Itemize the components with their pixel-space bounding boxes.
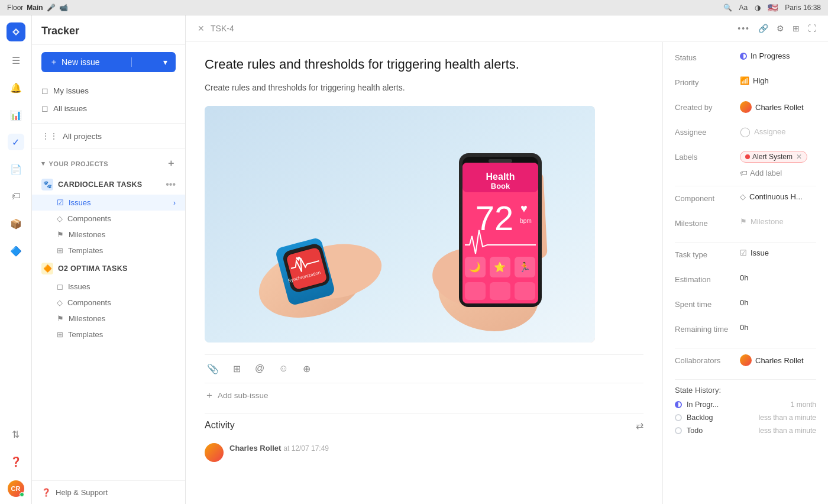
add-sub-issue-button[interactable]: ＋ Add sub-issue <box>205 383 643 408</box>
chart-icon[interactable]: 📊 <box>8 106 24 123</box>
label-remove-button[interactable]: ✕ <box>796 153 802 161</box>
state-item-0: In Progr... 1 month <box>675 400 816 409</box>
new-issue-button[interactable]: ＋ New issue ▾ <box>41 52 176 72</box>
add-label-button[interactable]: 🏷 Add label <box>740 169 782 177</box>
panel-divider-2 <box>675 242 816 243</box>
activity-avatar <box>205 443 224 462</box>
app-logo[interactable] <box>7 22 25 41</box>
state-dot-0 <box>675 401 682 408</box>
templates-label: Templates <box>68 246 103 255</box>
subnav-issues[interactable]: ☑ Issues › <box>32 195 185 211</box>
online-indicator <box>20 492 24 497</box>
activity-filter-icon[interactable]: ⇄ <box>636 420 643 431</box>
status-dot <box>740 53 747 60</box>
tab-name[interactable]: Main <box>27 4 43 12</box>
subnav-milestones[interactable]: ⚑ Milestones <box>32 227 185 243</box>
subnav-components[interactable]: ◇ Components <box>32 211 185 227</box>
add-sub-label: Add sub-issue <box>218 391 269 400</box>
expand-button[interactable]: ⛶ <box>808 24 816 33</box>
issues-arrow: › <box>173 199 176 207</box>
new-issue-label: New issue <box>62 57 100 67</box>
video-icon[interactable]: 📹 <box>59 4 68 12</box>
link-button[interactable]: 🔗 <box>758 24 768 33</box>
estimation-value[interactable]: 0h <box>740 273 816 282</box>
nav-my-issues[interactable]: ◻ My issues <box>32 82 185 99</box>
panel-divider-4 <box>675 379 816 380</box>
help-support-item[interactable]: ❓ Help & Support <box>32 480 185 504</box>
assignee-value[interactable]: ◯ Assignee <box>740 126 816 137</box>
svg-text:bpm: bpm <box>520 218 531 224</box>
state-dot-1 <box>675 414 682 421</box>
labels-value: Alert System ✕ <box>740 151 816 163</box>
spent-time-field: Spent time 0h <box>675 298 816 315</box>
milestones-icon: ⚑ <box>57 230 64 239</box>
project-more-cardioclear[interactable]: ••• <box>166 179 176 190</box>
cube-icon[interactable]: 🔷 <box>8 243 24 259</box>
spent-time-value[interactable]: 0h <box>740 298 816 307</box>
subnav-templates[interactable]: ⊞ Templates <box>32 243 185 259</box>
subnav-components2[interactable]: ◇ Components <box>32 295 185 311</box>
labels-label: Labels <box>675 151 740 163</box>
issue-description: Create rules and thresholds for triggeri… <box>205 82 643 94</box>
bell-icon[interactable]: 🔔 <box>8 79 24 96</box>
issues-icon: ☑ <box>57 198 64 207</box>
project-o2optima[interactable]: 🔶 O2 OPTIMA TASKS <box>32 259 185 279</box>
mention-button[interactable]: @ <box>253 361 267 376</box>
task-type-value[interactable]: ☑ Issue <box>740 248 816 257</box>
state-time-2: less than a minute <box>759 427 816 435</box>
state-item-1: Backlog less than a minute <box>675 413 816 422</box>
label-tag-alert[interactable]: Alert System ✕ <box>740 151 807 163</box>
collaborator-avatar <box>740 354 752 366</box>
project-name-cardioclear: CARDIOCLEAR TASKS <box>58 180 161 189</box>
status-field: Status In Progress <box>675 51 816 68</box>
svg-text:🌙: 🌙 <box>469 261 481 273</box>
project-cardioclear[interactable]: 🐾 CARDIOCLEAR TASKS ••• <box>32 175 185 195</box>
milestone-value[interactable]: ⚑ Milestone <box>740 217 816 226</box>
user-avatar-rail[interactable]: CR <box>8 480 24 497</box>
font-icon[interactable]: Aa <box>739 4 748 12</box>
nav-all-issues[interactable]: ◻ All issues <box>32 99 185 117</box>
subnav-milestones2[interactable]: ⚑ Milestones <box>32 311 185 327</box>
help-icon[interactable]: ❓ <box>8 453 24 470</box>
component-value[interactable]: ◇ Continuous H... <box>740 192 816 201</box>
box-icon[interactable]: 📦 <box>8 215 24 232</box>
component-field: Component ◇ Continuous H... <box>675 192 816 209</box>
theme-icon[interactable]: ◑ <box>755 4 761 12</box>
emoji-button[interactable]: ☺ <box>276 361 290 376</box>
sort-icon[interactable]: ⇅ <box>8 426 24 442</box>
templates-icon: ⊞ <box>57 246 63 255</box>
more-options-button[interactable]: ••• <box>738 24 750 33</box>
mic-icon[interactable]: 🎤 <box>47 4 56 12</box>
svg-text:Health: Health <box>486 172 515 182</box>
close-button[interactable]: ✕ <box>198 24 205 33</box>
help-support-label: Help & Support <box>56 488 108 497</box>
issue-main: Create rules and thresholds for triggeri… <box>186 42 662 504</box>
status-value[interactable]: In Progress <box>740 51 816 60</box>
menu-icon[interactable]: ☰ <box>8 52 24 69</box>
table-button[interactable]: ⊞ <box>231 361 243 377</box>
settings-button[interactable]: ⚙ <box>777 24 784 33</box>
remaining-time-value[interactable]: 0h <box>740 323 816 332</box>
doc-icon[interactable]: 📄 <box>8 161 24 177</box>
subnav-issues2[interactable]: ◻ Issues <box>32 279 185 295</box>
main-content: ✕ TSK-4 ••• 🔗 ⚙ ⊞ ⛶ Create rules and thr… <box>186 15 828 504</box>
search-icon[interactable]: 🔍 <box>723 4 732 12</box>
content-header-right: ••• 🔗 ⚙ ⊞ ⛶ <box>738 24 816 33</box>
content-body: Create rules and thresholds for triggeri… <box>186 42 828 504</box>
components2-label: Components <box>67 298 111 307</box>
subnav-templates2[interactable]: ⊞ Templates <box>32 327 185 343</box>
assignee-field: Assignee ◯ Assignee <box>675 126 816 143</box>
state-item-2: Todo less than a minute <box>675 427 816 435</box>
attach-button[interactable]: 📎 <box>205 361 221 377</box>
priority-label: Priority <box>675 76 740 87</box>
collapse-icon[interactable]: ▾ <box>41 160 46 167</box>
add-project-icon[interactable]: ＋ <box>166 157 176 170</box>
priority-value[interactable]: 📶 High <box>740 76 816 85</box>
action-button[interactable]: ⊕ <box>300 361 313 377</box>
all-projects-item[interactable]: ⋮⋮ All projects <box>32 127 185 145</box>
check-icon[interactable]: ✓ <box>8 134 24 150</box>
state-history: State History: In Progr... 1 month Backl… <box>675 386 816 435</box>
app-layout: ☰ 🔔 📊 ✓ 📄 🏷 📦 🔷 ⇅ ❓ CR Tracker ＋ New iss… <box>0 15 828 504</box>
tag-icon[interactable]: 🏷 <box>8 188 24 205</box>
grid-view-button[interactable]: ⊞ <box>793 24 800 33</box>
